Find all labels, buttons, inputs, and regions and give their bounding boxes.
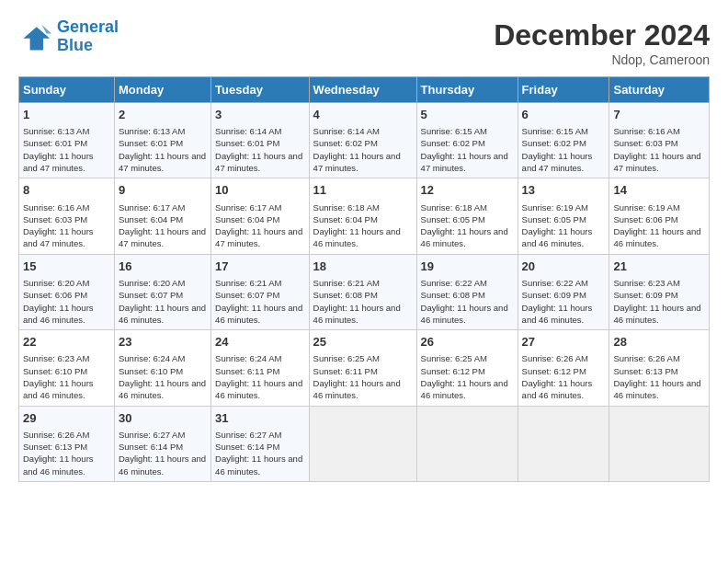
daylight: Daylight: 11 hours and 46 minutes. [23,454,94,476]
daylight: Daylight: 11 hours and 46 minutes. [313,378,401,400]
sunset: Sunset: 6:03 PM [23,214,87,224]
day-number: 5 [421,107,514,123]
day-number: 9 [119,182,207,199]
daylight: Daylight: 11 hours and 46 minutes. [421,226,508,248]
sunrise: Sunrise: 6:23 AM [23,353,89,363]
daylight: Daylight: 11 hours and 46 minutes. [421,303,508,325]
logo-icon [18,20,51,53]
daylight: Daylight: 11 hours and 46 minutes. [613,378,700,400]
col-tuesday: Tuesday [211,77,310,103]
daylight: Daylight: 11 hours and 47 minutes. [421,151,508,173]
sunrise: Sunrise: 6:20 AM [23,278,89,288]
col-wednesday: Wednesday [309,77,416,103]
calendar-cell: 26Sunrise: 6:25 AMSunset: 6:12 PMDayligh… [416,330,518,406]
sunrise: Sunrise: 6:17 AM [215,202,281,213]
day-number: 7 [613,107,705,123]
sunrise: Sunrise: 6:21 AM [313,278,380,288]
daylight: Daylight: 11 hours and 46 minutes. [522,226,593,248]
sunset: Sunset: 6:02 PM [421,138,485,148]
sunrise: Sunrise: 6:27 AM [215,430,281,440]
sunrise: Sunrise: 6:18 AM [313,202,380,213]
calendar-cell: 10Sunrise: 6:17 AMSunset: 6:04 PMDayligh… [211,178,310,254]
sunrise: Sunrise: 6:24 AM [119,353,185,363]
calendar-header-row: Sunday Monday Tuesday Wednesday Thursday… [19,77,710,103]
sunset: Sunset: 6:13 PM [23,442,87,452]
daylight: Daylight: 11 hours and 46 minutes. [215,378,302,400]
sunrise: Sunrise: 6:19 AM [613,202,679,213]
daylight: Daylight: 11 hours and 46 minutes. [23,378,94,400]
daylight: Daylight: 11 hours and 46 minutes. [522,303,593,325]
calendar-week-row: 15Sunrise: 6:20 AMSunset: 6:06 PMDayligh… [19,254,710,329]
day-number: 21 [613,259,705,275]
sunrise: Sunrise: 6:19 AM [522,202,588,213]
daylight: Daylight: 11 hours and 46 minutes. [613,303,700,325]
daylight: Daylight: 11 hours and 47 minutes. [119,226,206,248]
sunset: Sunset: 6:09 PM [522,290,586,300]
sunset: Sunset: 6:01 PM [23,138,87,148]
location: Ndop, Cameroon [494,52,710,67]
sunrise: Sunrise: 6:21 AM [215,278,281,288]
calendar-cell: 30Sunrise: 6:27 AMSunset: 6:14 PMDayligh… [115,406,211,481]
day-number: 16 [119,259,207,275]
daylight: Daylight: 11 hours and 47 minutes. [23,226,94,248]
daylight: Daylight: 11 hours and 46 minutes. [421,378,508,400]
calendar-cell: 15Sunrise: 6:20 AMSunset: 6:06 PMDayligh… [19,254,115,329]
sunset: Sunset: 6:05 PM [421,214,485,224]
calendar-cell: 13Sunrise: 6:19 AMSunset: 6:05 PMDayligh… [518,178,609,254]
day-number: 8 [23,182,110,199]
calendar-cell: 25Sunrise: 6:25 AMSunset: 6:11 PMDayligh… [309,330,416,406]
calendar-cell: 12Sunrise: 6:18 AMSunset: 6:05 PMDayligh… [416,178,518,254]
calendar-cell: 27Sunrise: 6:26 AMSunset: 6:12 PMDayligh… [518,330,609,406]
sunrise: Sunrise: 6:15 AM [522,126,588,136]
calendar-week-row: 29Sunrise: 6:26 AMSunset: 6:13 PMDayligh… [19,406,710,481]
sunrise: Sunrise: 6:16 AM [23,202,89,213]
sunset: Sunset: 6:08 PM [313,290,378,300]
day-number: 25 [313,334,413,350]
sunrise: Sunrise: 6:22 AM [421,278,487,288]
calendar-cell [416,406,518,481]
sunrise: Sunrise: 6:26 AM [522,353,588,363]
daylight: Daylight: 11 hours and 46 minutes. [23,303,94,325]
day-number: 26 [421,334,514,350]
sunset: Sunset: 6:07 PM [119,290,183,300]
sunrise: Sunrise: 6:16 AM [613,126,679,136]
day-number: 31 [215,410,305,427]
sunrise: Sunrise: 6:13 AM [119,126,185,136]
sunset: Sunset: 6:06 PM [23,290,87,300]
sunset: Sunset: 6:13 PM [613,366,677,376]
day-number: 12 [421,182,514,199]
sunset: Sunset: 6:02 PM [522,138,586,148]
sunset: Sunset: 6:10 PM [23,366,87,376]
sunset: Sunset: 6:04 PM [119,214,183,224]
day-number: 30 [119,410,207,427]
day-number: 24 [215,334,305,350]
col-monday: Monday [115,77,211,103]
sunset: Sunset: 6:11 PM [313,366,378,376]
sunset: Sunset: 6:11 PM [215,366,279,376]
sunset: Sunset: 6:05 PM [522,214,586,224]
daylight: Daylight: 11 hours and 46 minutes. [119,378,206,400]
sunrise: Sunrise: 6:14 AM [215,126,281,136]
day-number: 2 [119,107,207,123]
calendar-cell: 21Sunrise: 6:23 AMSunset: 6:09 PMDayligh… [609,254,710,329]
title-area: December 2024 Ndop, Cameroon [494,18,710,67]
calendar-week-row: 1Sunrise: 6:13 AMSunset: 6:01 PMDaylight… [19,103,710,178]
day-number: 11 [313,182,413,199]
logo-text: General Blue [57,18,119,55]
daylight: Daylight: 11 hours and 46 minutes. [215,454,302,476]
daylight: Daylight: 11 hours and 47 minutes. [522,151,593,173]
sunset: Sunset: 6:04 PM [215,214,279,224]
col-thursday: Thursday [416,77,518,103]
sunrise: Sunrise: 6:18 AM [421,202,487,213]
calendar-cell [518,406,609,481]
sunrise: Sunrise: 6:14 AM [313,126,380,136]
sunrise: Sunrise: 6:22 AM [522,278,588,288]
day-number: 27 [522,334,606,350]
day-number: 6 [522,107,606,123]
day-number: 13 [522,182,606,199]
sunrise: Sunrise: 6:17 AM [119,202,185,213]
day-number: 18 [313,259,413,275]
day-number: 3 [215,107,305,123]
daylight: Daylight: 11 hours and 46 minutes. [119,454,206,476]
day-number: 19 [421,259,514,275]
